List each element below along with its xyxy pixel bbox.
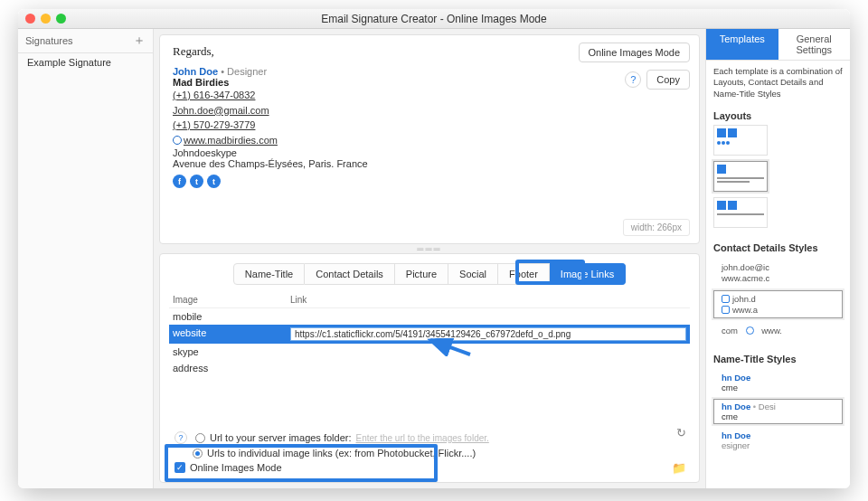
layout-2[interactable] — [713, 161, 768, 192]
preview-actions: Online Images Mode — [579, 43, 691, 62]
config-panel: Name-Title Contact Details Picture Socia… — [159, 253, 700, 483]
nts-2[interactable]: hn Doe • Desi cme — [713, 399, 843, 424]
layout-1[interactable] — [713, 125, 768, 156]
skype-text: Johndoeskype — [173, 147, 686, 158]
layout-thumbs — [706, 125, 850, 228]
address-text: Avenue des Champs-Élysées, Paris. France — [173, 158, 686, 169]
signature-preview: Online Images Mode ? Copy Regards, John … — [159, 34, 700, 244]
email[interactable]: John.doe@gmail.com — [173, 103, 686, 118]
window-title: Email Signature Creator - Online Images … — [18, 13, 850, 25]
row-mobile[interactable]: mobile — [169, 308, 690, 325]
globe-small-icon — [722, 306, 730, 314]
center-panel: Online Images Mode ? Copy Regards, John … — [154, 29, 705, 488]
cds-header: Contact Details Styles — [706, 237, 850, 257]
name-text: John Doe — [173, 66, 218, 77]
nts-header: Name-Title Styles — [706, 348, 850, 368]
mail-icon — [722, 295, 730, 303]
tab-picture[interactable]: Picture — [395, 263, 448, 285]
link-input[interactable] — [290, 327, 686, 341]
width-indicator: width: 266px — [623, 219, 690, 236]
opt-online-mode: ✓ Online Images Mode 📁 — [169, 460, 690, 475]
checkbox-online-mode[interactable]: ✓ — [175, 462, 185, 473]
online-mode-label: Online Images Mode — [190, 462, 282, 473]
role-text: Designer — [227, 66, 267, 77]
tab-templates[interactable]: Templates — [706, 29, 778, 61]
signature-item[interactable]: Example Signature — [18, 53, 153, 71]
tab-general-settings[interactable]: General Settings — [778, 29, 851, 61]
col-image: Image — [173, 295, 290, 305]
templates-desc: Each template is a combination of Layout… — [706, 61, 850, 105]
right-panel: Templates General Settings Each template… — [705, 29, 850, 488]
opt-individual: Urls to individual image links (ex: from… — [169, 446, 690, 460]
sidebar-header: Signatures ＋ — [18, 29, 153, 53]
row-address[interactable]: address — [169, 360, 690, 376]
phone2[interactable]: (+1) 570-279-3779 — [173, 118, 686, 133]
col-link: Link — [290, 295, 686, 305]
cds-2[interactable]: john.d www.a — [713, 290, 843, 318]
opt-folder: ? Url to your server images folder: Ente… — [169, 430, 690, 446]
sidebar: Signatures ＋ Example Signature — [18, 29, 154, 488]
social-icons: f t t — [173, 175, 686, 188]
layout-3[interactable] — [713, 197, 768, 228]
help-icon[interactable]: ? — [625, 71, 641, 88]
titlebar: Email Signature Creator - Online Images … — [18, 9, 850, 29]
folder-label: Url to your server images folder: — [210, 432, 352, 443]
add-signature-icon[interactable]: ＋ — [133, 33, 146, 49]
resize-grip[interactable]: ═══ — [159, 244, 700, 253]
radio-individual[interactable] — [193, 449, 203, 458]
copy-button[interactable]: Copy — [646, 70, 690, 90]
nts-3[interactable]: hn Doe esigner — [713, 428, 843, 453]
nts-1[interactable]: hn Doe cme — [713, 370, 843, 395]
preview-actions-2: ? Copy — [625, 70, 690, 90]
tab-image-links[interactable]: Image Links — [550, 263, 626, 285]
facebook-icon[interactable]: f — [173, 175, 186, 188]
cds-3[interactable]: com www. — [713, 322, 843, 339]
row-website[interactable]: website — [169, 325, 690, 344]
tab-social[interactable]: Social — [448, 263, 498, 285]
options-area: ? Url to your server images folder: Ente… — [169, 428, 690, 477]
layouts-header: Layouts — [706, 105, 850, 125]
refresh-icon[interactable]: ↻ — [676, 426, 686, 440]
tumblr-icon[interactable]: t — [207, 175, 221, 188]
tab-name-title[interactable]: Name-Title — [233, 263, 305, 285]
radio-folder[interactable] — [195, 433, 205, 443]
table-header: Image Link — [169, 292, 690, 308]
right-tabs: Templates General Settings — [706, 29, 850, 61]
company-text: Mad Birdies — [173, 77, 686, 88]
open-folder-icon[interactable]: 📁 — [672, 461, 686, 475]
twitter-icon[interactable]: t — [190, 175, 203, 188]
config-tabs: Name-Title Contact Details Picture Socia… — [169, 263, 690, 285]
folder-hint[interactable]: Enter the url to the images folder. — [356, 433, 489, 443]
individual-label: Urls to individual image links (ex: from… — [207, 448, 476, 458]
row-skype[interactable]: skype — [169, 344, 690, 360]
globe-small-icon — [746, 326, 754, 335]
cds-1[interactable]: john.doe@ic www.acme.c — [713, 259, 843, 287]
app-body: Signatures ＋ Example Signature Online Im… — [18, 29, 850, 488]
help-small-icon[interactable]: ? — [175, 431, 187, 444]
tab-footer[interactable]: Footer — [498, 263, 550, 285]
phone1[interactable]: (+1) 616-347-0832 — [173, 88, 686, 103]
sidebar-title: Signatures — [25, 35, 73, 46]
name-line: John Doe • Designer — [173, 66, 686, 77]
app-window: Email Signature Creator - Online Images … — [18, 9, 850, 488]
tab-contact-details[interactable]: Contact Details — [305, 263, 395, 285]
website[interactable]: www.madbirdies.com — [173, 133, 686, 148]
globe-icon — [173, 136, 182, 145]
online-images-mode-button[interactable]: Online Images Mode — [579, 43, 691, 62]
